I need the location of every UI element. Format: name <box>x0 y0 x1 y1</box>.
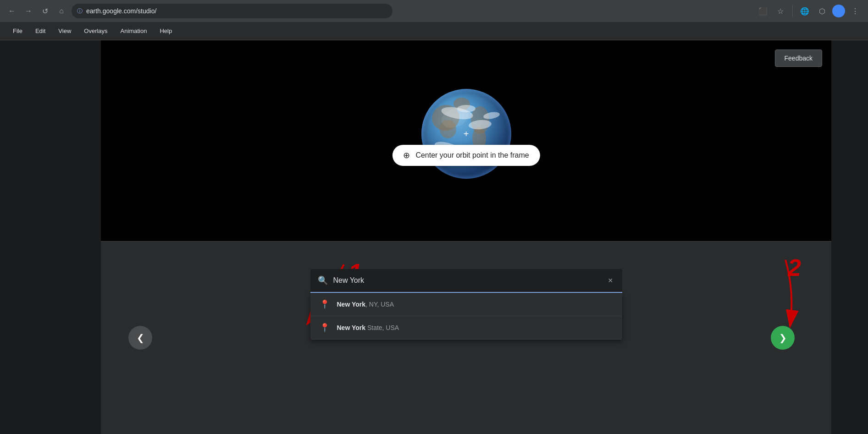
search-result-1[interactable]: 📍 New York State, USA <box>310 316 622 340</box>
home-button[interactable]: ⌂ <box>55 5 68 17</box>
menu-edit[interactable]: Edit <box>30 25 51 37</box>
left-sidebar <box>0 40 101 434</box>
search-box[interactable]: 🔍 × <box>310 269 622 293</box>
back-button[interactable]: ← <box>6 5 18 17</box>
profile-button[interactable] <box>832 5 845 17</box>
url-text: earth.google.com/studio/ <box>86 7 156 15</box>
feedback-button[interactable]: Feedback <box>775 49 822 67</box>
menu-animation[interactable]: Animation <box>115 25 153 37</box>
search-icon: 🔍 <box>318 275 328 286</box>
result-text-1: New York State, USA <box>337 324 399 331</box>
search-dropdown: 📍 New York, NY, USA 📍 New York State, US… <box>310 293 622 340</box>
orbit-hint-text: Center your orbit point in the frame <box>415 151 529 159</box>
location-icon-0: 📍 <box>320 299 330 309</box>
browser-actions: ⬛ ☆ 🌐 ⬡ ⋮ <box>756 4 862 18</box>
orbit-hint: ⊕ Center your orbit point in the frame <box>392 145 540 166</box>
app-menu-bar: File Edit View Overlays Animation Help <box>0 22 868 40</box>
browser-toolbar: ← → ↺ ⌂ ⓘ earth.google.com/studio/ ⬛ ☆ 🌐… <box>0 0 868 22</box>
menu-help[interactable]: Help <box>154 25 177 37</box>
annotation-arrow-2: 2 <box>703 246 822 352</box>
right-sidebar <box>831 40 868 434</box>
search-result-0[interactable]: 📍 New York, NY, USA <box>310 293 622 316</box>
search-container: 🔍 × 📍 New York, NY, USA 📍 New York <box>310 269 622 340</box>
security-icon: ⓘ <box>77 7 83 15</box>
svg-text:2: 2 <box>787 254 801 281</box>
earth-globe: + <box>420 88 512 180</box>
location-icon-1: 📍 <box>320 323 330 333</box>
address-bar[interactable]: ⓘ earth.google.com/studio/ <box>72 4 393 18</box>
viewport-container: Feedback <box>101 40 831 434</box>
menu-file[interactable]: File <box>7 25 28 37</box>
bookmark-button[interactable]: ☆ <box>773 4 788 18</box>
nav-back-button[interactable]: ❮ <box>128 326 152 350</box>
menu-overlays[interactable]: Overlays <box>78 25 113 37</box>
cast-button[interactable]: ⬛ <box>756 4 770 18</box>
globe-button[interactable]: 🌐 <box>797 4 812 18</box>
menu-view[interactable]: View <box>53 25 77 37</box>
extensions-button[interactable]: ⬡ <box>815 4 829 18</box>
globe-svg <box>420 88 512 180</box>
nav-forward-button[interactable]: ❯ <box>771 326 795 350</box>
earth-viewport[interactable]: Feedback <box>101 40 831 241</box>
forward-button[interactable]: → <box>22 5 35 17</box>
reload-button[interactable]: ↺ <box>39 5 51 17</box>
search-clear-button[interactable]: × <box>606 274 615 287</box>
main-content: Feedback <box>0 40 868 434</box>
bottom-panel: ❮ 🔍 × 📍 New York, NY, USA 📍 <box>101 242 831 434</box>
search-input[interactable] <box>333 276 601 285</box>
orbit-hint-icon: ⊕ <box>403 150 410 160</box>
result-text-0: New York, NY, USA <box>337 301 394 308</box>
browser-chrome: ← → ↺ ⌂ ⓘ earth.google.com/studio/ ⬛ ☆ 🌐… <box>0 0 868 22</box>
menu-button[interactable]: ⋮ <box>848 4 862 18</box>
separator <box>792 5 793 16</box>
